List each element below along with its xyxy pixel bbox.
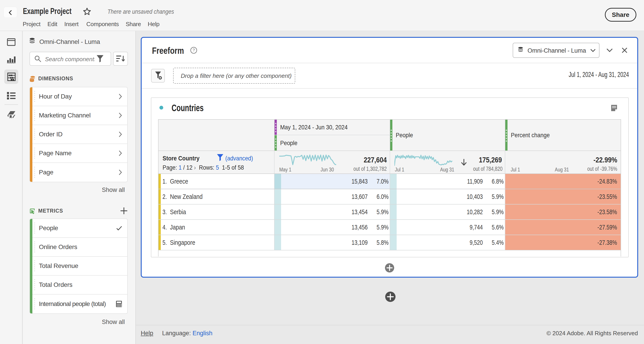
svg-text:?: ? (193, 48, 195, 53)
